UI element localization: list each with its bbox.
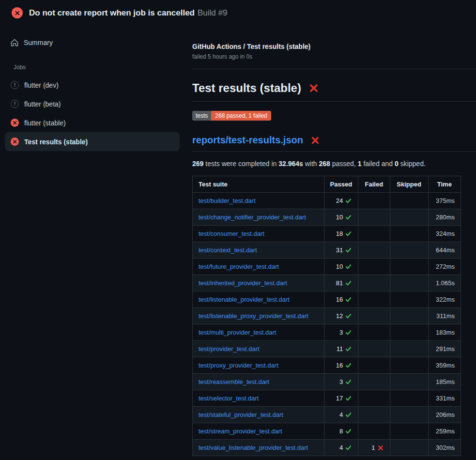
job-label: flutter (beta) — [24, 100, 61, 108]
test-suite-link[interactable]: test/inherited_provider_test.dart — [199, 279, 287, 287]
test-suite-link[interactable]: test/stream_provider_test.dart — [199, 428, 282, 435]
sidebar: Summary Jobs !flutter (dev)!flutter (bet… — [0, 25, 184, 151]
test-suite-link[interactable]: test/consumer_test.dart — [199, 230, 264, 237]
skipped-cell — [390, 275, 428, 291]
test-suite-cell: test/proxy_provider_test.dart — [193, 357, 324, 374]
test-suite-link[interactable]: test/stateful_provider_test.dart — [199, 411, 283, 418]
x-circle-icon: ✕ — [11, 119, 19, 127]
x-mark-icon — [311, 136, 320, 145]
check-icon — [345, 379, 352, 385]
skipped-cell — [390, 242, 428, 259]
x-circle-icon: ✕ — [12, 7, 23, 18]
check-icon — [345, 362, 352, 368]
passed-cell: 4 — [324, 407, 358, 423]
passed-cell: 10 — [324, 209, 358, 226]
results-table-head: Test suitePassedFailedSkippedTime — [193, 176, 461, 193]
test-suite-link[interactable]: test/provider_test.dart — [199, 345, 260, 353]
test-suite-link[interactable]: test/reassemble_test.dart — [199, 378, 269, 385]
failed-cell — [358, 324, 390, 341]
sidebar-item-test-results-stable[interactable]: ✕Test results (stable) — [5, 132, 180, 151]
test-suite-link[interactable]: test/listenable_provider_test.dart — [199, 296, 290, 303]
check-icon — [345, 395, 352, 401]
test-suite-link[interactable]: test/listenable_proxy_provider_test.dart — [199, 312, 308, 320]
sentence-segment: with — [303, 160, 319, 168]
summary-label: Summary — [24, 39, 53, 46]
passed-cell: 8 — [324, 423, 358, 440]
check-icon — [345, 428, 352, 434]
skipped-cell — [390, 357, 428, 374]
x-circle-icon: ✕ — [11, 138, 19, 146]
failed-cell — [358, 341, 390, 357]
test-suite-cell: test/value_listenable_provider_test.dart — [193, 440, 324, 456]
passed-cell: 4 — [324, 440, 358, 456]
test-suite-link[interactable]: test/multi_provider_test.dart — [199, 329, 276, 336]
skipped-cell — [390, 193, 428, 209]
failed-cell — [358, 308, 390, 324]
test-suite-cell: test/selector_test.dart — [193, 390, 324, 407]
table-row: test/change_notifier_provider_test.dart1… — [193, 209, 461, 226]
check-icon — [345, 280, 352, 286]
test-suite-link[interactable]: test/builder_test.dart — [199, 197, 256, 204]
check-icon — [345, 412, 352, 418]
passed-cell: 16 — [324, 291, 358, 308]
check-icon — [345, 296, 352, 303]
test-suite-cell: test/builder_test.dart — [193, 193, 324, 209]
test-suite-link[interactable]: test/context_test.dart — [199, 246, 257, 254]
sidebar-jobs-list: !flutter (dev)!flutter (beta)✕flutter (s… — [0, 76, 184, 151]
time-cell: 206ms — [428, 407, 461, 423]
main-content: GitHub Actions / Test results (stable) f… — [184, 25, 476, 456]
page-title: Do not create report when job is cancell… — [29, 8, 227, 18]
failed-cell — [358, 209, 390, 226]
test-suite-cell: test/listenable_proxy_provider_test.dart — [193, 308, 324, 324]
sentence-segment: 1 — [358, 160, 362, 168]
sidebar-item-flutter-beta[interactable]: !flutter (beta) — [5, 94, 180, 113]
time-cell: 291ms — [428, 341, 461, 357]
test-suite-link[interactable]: test/selector_test.dart — [199, 395, 259, 402]
sentence-segment: tests were completed in — [203, 160, 278, 168]
workflow-status: failed 5 hours ago in 0s — [192, 53, 476, 60]
test-suite-cell: test/change_notifier_provider_test.dart — [193, 209, 324, 226]
failed-cell: 1 — [358, 440, 390, 456]
table-row: test/value_listenable_provider_test.dart… — [193, 440, 461, 456]
check-icon — [345, 214, 352, 220]
test-suite-cell: test/stream_provider_test.dart — [193, 423, 324, 440]
time-cell: 185ms — [428, 374, 461, 390]
sentence-segment: passed, — [330, 160, 358, 168]
sentence-segment: failed and — [362, 160, 395, 168]
column-header-failed: Failed — [358, 176, 390, 193]
sidebar-item-flutter-stable[interactable]: ✕flutter (stable) — [5, 113, 180, 132]
skipped-cell — [390, 308, 428, 324]
column-header-skipped: Skipped — [390, 176, 428, 193]
table-row: test/stateful_provider_test.dart4206ms — [193, 407, 461, 423]
table-row: test/listenable_provider_test.dart16322m… — [193, 291, 461, 308]
test-suite-link[interactable]: test/proxy_provider_test.dart — [199, 362, 278, 369]
time-cell: 272ms — [428, 259, 461, 275]
page-layout: Summary Jobs !flutter (dev)!flutter (bet… — [0, 25, 476, 456]
time-cell: 322ms — [428, 291, 461, 308]
failed-cell — [358, 226, 390, 242]
failed-cell — [358, 357, 390, 374]
check-icon — [345, 445, 352, 451]
passed-cell: 18 — [324, 226, 358, 242]
x-mark-icon — [378, 445, 384, 451]
skipped-cell — [390, 440, 428, 456]
report-title-link[interactable]: reports/test-results.json — [192, 135, 476, 152]
test-suite-cell: test/multi_provider_test.dart — [193, 324, 324, 341]
sidebar-item-summary[interactable]: Summary — [5, 34, 180, 51]
time-cell: 1.065s — [428, 275, 461, 291]
test-suite-link[interactable]: test/value_listenable_provider_test.dart — [199, 444, 308, 451]
home-icon — [11, 39, 18, 46]
test-suite-cell: test/stateful_provider_test.dart — [193, 407, 324, 423]
time-cell: 311ms — [428, 308, 461, 324]
test-suite-link[interactable]: test/future_provider_test.dart — [199, 263, 279, 270]
time-cell: 644ms — [428, 242, 461, 259]
test-suite-link[interactable]: test/change_notifier_provider_test.dart — [199, 214, 306, 221]
failed-cell — [358, 193, 390, 209]
sentence-segment: 268 — [319, 160, 330, 168]
failed-cell — [358, 291, 390, 308]
sidebar-item-flutter-dev[interactable]: !flutter (dev) — [5, 76, 180, 94]
failed-cell — [358, 374, 390, 390]
badge-value: 268 passed, 1 failed — [211, 111, 271, 121]
sentence-segment: 269 — [192, 160, 203, 168]
check-icon — [345, 247, 352, 253]
